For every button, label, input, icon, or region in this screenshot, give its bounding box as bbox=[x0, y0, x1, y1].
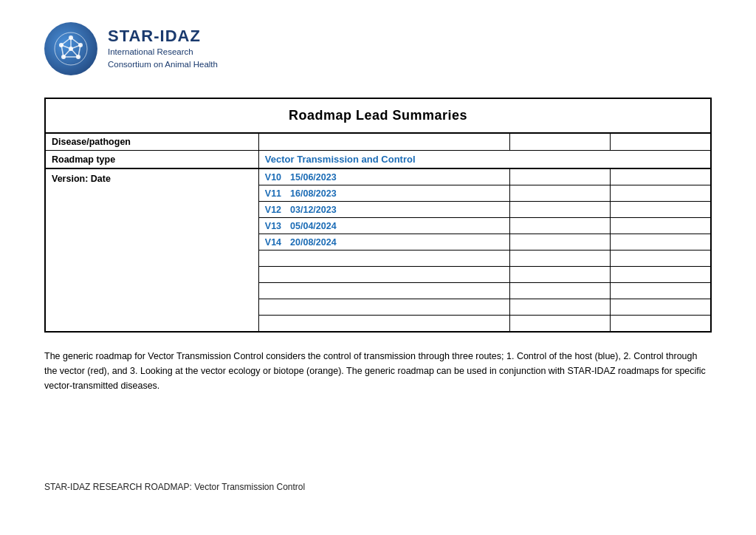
header: STAR-IDAZ International Research Consort… bbox=[0, 0, 756, 90]
version-col4 bbox=[611, 316, 711, 332]
roadmap-type-value: Vector Transmission and Control bbox=[258, 151, 711, 169]
version-col4 bbox=[611, 299, 711, 316]
table-main-header: Roadmap Lead Summaries bbox=[45, 98, 711, 133]
logo-icon bbox=[44, 22, 97, 75]
version-col4 bbox=[611, 218, 711, 234]
roadmap-type-row: Roadmap type Vector Transmission and Con… bbox=[45, 151, 711, 169]
version-col4 bbox=[611, 169, 711, 185]
disease-row: Disease/pathogen bbox=[45, 133, 711, 151]
logo-subtitle-line2: Consortium on Animal Health bbox=[108, 58, 218, 71]
svg-line-14 bbox=[71, 45, 80, 49]
version-code-cell: V1203/12/2023 bbox=[258, 202, 509, 218]
version-col3 bbox=[510, 316, 611, 332]
roadmap-type-label: Roadmap type bbox=[45, 151, 258, 169]
main-content: Roadmap Lead Summaries Disease/pathogen … bbox=[0, 90, 756, 408]
version-code-cell: V1116/08/2023 bbox=[258, 185, 509, 202]
logo-title: STAR-IDAZ bbox=[108, 27, 218, 46]
version-col4 bbox=[611, 267, 711, 283]
logo-text: STAR-IDAZ International Research Consort… bbox=[108, 27, 218, 72]
description-text: The generic roadmap for Vector Transmiss… bbox=[44, 349, 709, 393]
version-label: Version: Date bbox=[45, 169, 258, 332]
svg-line-8 bbox=[71, 38, 80, 45]
disease-label: Disease/pathogen bbox=[45, 133, 258, 151]
version-table: Version: DateV1015/06/2023V1116/08/2023V… bbox=[44, 168, 712, 333]
version-code-cell bbox=[258, 283, 509, 299]
version-code-cell: V1015/06/2023 bbox=[258, 169, 509, 185]
version-code-cell bbox=[258, 316, 509, 332]
version-col3 bbox=[510, 234, 611, 251]
version-col3 bbox=[510, 202, 611, 218]
svg-line-17 bbox=[61, 45, 71, 49]
version-code-cell: V1420/08/2024 bbox=[258, 234, 509, 251]
version-col3 bbox=[510, 218, 611, 234]
disease-value bbox=[258, 133, 509, 151]
svg-line-12 bbox=[61, 38, 71, 45]
version-code-cell: V1305/04/2024 bbox=[258, 218, 509, 234]
disease-extra1 bbox=[510, 133, 611, 151]
disease-extra2 bbox=[611, 133, 711, 151]
version-col3 bbox=[510, 283, 611, 299]
svg-line-16 bbox=[63, 49, 71, 57]
version-col3 bbox=[510, 169, 611, 185]
version-col4 bbox=[611, 234, 711, 251]
version-col3 bbox=[510, 185, 611, 202]
version-col4 bbox=[611, 202, 711, 218]
version-code-cell bbox=[258, 299, 509, 316]
version-col3 bbox=[510, 267, 611, 283]
summary-table: Roadmap Lead Summaries Disease/pathogen … bbox=[44, 98, 712, 169]
version-col3 bbox=[510, 299, 611, 316]
version-col4 bbox=[611, 283, 711, 299]
version-col4 bbox=[611, 185, 711, 202]
version-code-cell bbox=[258, 251, 509, 267]
version-col4 bbox=[611, 251, 711, 267]
svg-line-15 bbox=[71, 49, 78, 57]
footer-text: STAR-IDAZ RESEARCH ROADMAP: Vector Trans… bbox=[44, 482, 712, 492]
version-col3 bbox=[510, 251, 611, 267]
version-row: Version: DateV1015/06/2023 bbox=[45, 169, 711, 185]
version-code-cell bbox=[258, 267, 509, 283]
logo-subtitle-line1: International Research bbox=[108, 46, 218, 58]
